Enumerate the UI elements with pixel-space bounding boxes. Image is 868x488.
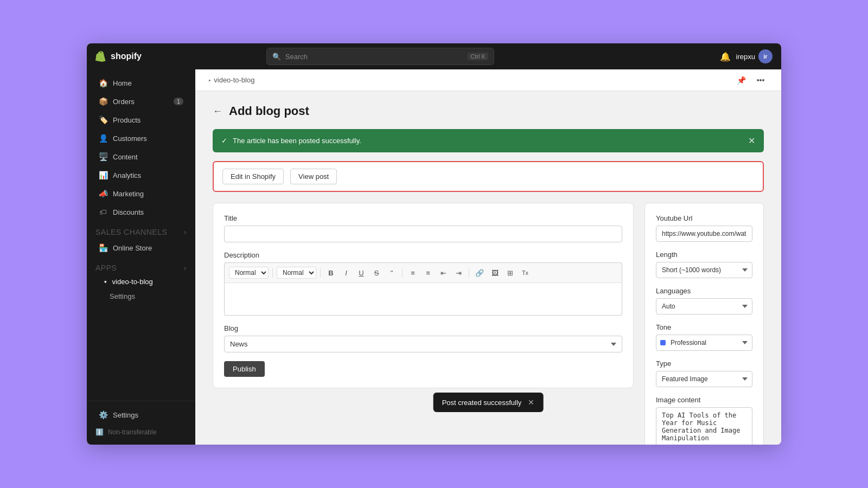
sidebar-item-settings-sub[interactable]: Settings bbox=[87, 289, 195, 304]
description-label: Description bbox=[224, 251, 622, 259]
search-bar[interactable]: 🔍 Search Ctrl K bbox=[266, 48, 494, 65]
form-card: Title Description Normal bbox=[213, 203, 634, 388]
content-icon: 🖥️ bbox=[99, 152, 107, 161]
breadcrumb-bar: ▪ video-to-blog 📌 ••• bbox=[195, 69, 781, 91]
image-content-textarea[interactable]: Top AI Tools of the Year for Music Gener… bbox=[656, 407, 752, 445]
user-menu[interactable]: irepxu ir bbox=[736, 49, 773, 63]
ordered-list-button[interactable]: ≡ bbox=[406, 266, 419, 279]
image-content-label: Image content bbox=[656, 396, 752, 404]
app-breadcrumb-icon: ▪ bbox=[208, 76, 210, 84]
tone-select-wrapper: Professional Casual Formal Friendly bbox=[656, 335, 752, 351]
font-size-select[interactable]: Normal bbox=[277, 267, 316, 279]
sidebar-item-content[interactable]: 🖥️ Content bbox=[90, 148, 192, 165]
apps-section: Apps › bbox=[87, 257, 195, 274]
pin-button[interactable]: 📌 bbox=[733, 73, 749, 88]
sidebar-item-orders[interactable]: 📦 Orders 1 bbox=[90, 93, 192, 110]
shopify-logo[interactable]: shopify bbox=[95, 50, 142, 62]
sidebar-item-marketing[interactable]: 📣 Marketing bbox=[90, 185, 192, 202]
tone-group: Tone Professional Casual Formal Friendly bbox=[656, 323, 752, 351]
toast-notification: Post created successfully ✕ bbox=[433, 393, 544, 412]
table-button[interactable]: ⊞ bbox=[503, 266, 516, 279]
blog-group: Blog News Tech Updates bbox=[224, 324, 622, 352]
settings-icon: ⚙️ bbox=[99, 410, 107, 419]
image-content-group: Image content Top AI Tools of the Year f… bbox=[656, 396, 752, 445]
blog-select[interactable]: News Tech Updates bbox=[224, 336, 622, 352]
page-title: Add blog post bbox=[229, 104, 309, 118]
languages-label: Languages bbox=[656, 287, 752, 295]
length-select[interactable]: Short (~1000 words) Medium (~2000 words)… bbox=[656, 262, 752, 278]
info-icon: ℹ️ bbox=[95, 428, 104, 436]
underline-button[interactable]: U bbox=[355, 266, 368, 279]
toast-close-button[interactable]: ✕ bbox=[528, 398, 534, 407]
sidebar-item-home[interactable]: 🏠 Home bbox=[90, 74, 192, 92]
side-panel: Youtube Url Length Short (~1000 words) M… bbox=[644, 203, 764, 445]
expand-icon: › bbox=[184, 228, 187, 236]
main-form: Title Description Normal bbox=[213, 203, 634, 445]
languages-group: Languages Auto English Spanish bbox=[656, 287, 752, 314]
avatar: ir bbox=[758, 49, 773, 63]
customers-icon: 👤 bbox=[99, 134, 107, 143]
page-header: ← Add blog post bbox=[213, 104, 764, 118]
sidebar-item-video-to-blog[interactable]: ▪ video-to-blog bbox=[87, 274, 195, 289]
image-button[interactable]: 🖼 bbox=[488, 266, 501, 279]
back-button[interactable]: ← bbox=[213, 106, 222, 116]
indent-inc-button[interactable]: ⇥ bbox=[452, 266, 465, 279]
strikethrough-button[interactable]: S bbox=[370, 266, 383, 279]
app-icon: ▪ bbox=[104, 278, 107, 286]
check-icon: ✓ bbox=[221, 137, 227, 145]
sidebar-item-analytics[interactable]: 📊 Analytics bbox=[90, 166, 192, 184]
online-store-icon: 🏪 bbox=[99, 243, 107, 252]
sidebar-item-online-store[interactable]: 🏪 Online Store bbox=[90, 239, 192, 256]
length-label: Length bbox=[656, 251, 752, 259]
sidebar-item-discounts[interactable]: 🏷 Discounts bbox=[90, 203, 192, 221]
font-style-select[interactable]: Normal bbox=[229, 267, 269, 279]
quote-button[interactable]: " bbox=[385, 266, 398, 279]
toolbar-separator-2 bbox=[320, 268, 321, 278]
home-icon: 🏠 bbox=[99, 79, 107, 87]
analytics-icon: 📊 bbox=[99, 171, 107, 179]
close-banner-button[interactable]: ✕ bbox=[748, 136, 755, 146]
clear-format-button[interactable]: Tx bbox=[519, 266, 532, 279]
view-post-button[interactable]: View post bbox=[290, 169, 337, 184]
title-label: Title bbox=[224, 214, 622, 222]
discounts-icon: 🏷 bbox=[99, 208, 107, 216]
title-group: Title bbox=[224, 214, 622, 242]
topnav-right: 🔔 irepxu ir bbox=[720, 49, 773, 63]
breadcrumb-actions: 📌 ••• bbox=[733, 73, 768, 88]
tone-label: Tone bbox=[656, 323, 752, 331]
youtube-url-label: Youtube Url bbox=[656, 214, 752, 222]
sidebar-item-settings[interactable]: ⚙️ Settings bbox=[90, 406, 192, 423]
type-select[interactable]: Featured Image No Image Gallery bbox=[656, 371, 752, 387]
unordered-list-button[interactable]: ≡ bbox=[422, 266, 435, 279]
more-options-button[interactable]: ••• bbox=[753, 73, 768, 88]
side-form-card: Youtube Url Length Short (~1000 words) M… bbox=[644, 203, 764, 445]
description-textarea[interactable] bbox=[224, 283, 622, 316]
publish-button[interactable]: Publish bbox=[224, 361, 265, 377]
toolbar-separator bbox=[272, 268, 273, 278]
notifications-bell-icon[interactable]: 🔔 bbox=[720, 52, 731, 62]
products-icon: 🏷️ bbox=[99, 115, 107, 124]
sidebar-bottom: ⚙️ Settings ℹ️ Non-transferable bbox=[87, 401, 195, 440]
toolbar-separator-3 bbox=[402, 268, 403, 278]
link-button[interactable]: 🔗 bbox=[473, 266, 486, 279]
title-input[interactable] bbox=[224, 226, 622, 242]
indent-dec-button[interactable]: ⇤ bbox=[437, 266, 450, 279]
edit-in-shopify-button[interactable]: Edit in Shopify bbox=[222, 169, 284, 184]
sidebar-item-products[interactable]: 🏷️ Products bbox=[90, 111, 192, 129]
apps-expand-icon: › bbox=[184, 264, 187, 272]
marketing-icon: 📣 bbox=[99, 189, 107, 198]
bold-button[interactable]: B bbox=[324, 266, 337, 279]
type-label: Type bbox=[656, 359, 752, 368]
youtube-url-group: Youtube Url bbox=[656, 214, 752, 242]
youtube-url-input[interactable] bbox=[656, 226, 752, 242]
top-navigation: shopify 🔍 Search Ctrl K 🔔 irepxu ir bbox=[87, 43, 781, 69]
languages-select[interactable]: Auto English Spanish bbox=[656, 298, 752, 314]
italic-button[interactable]: I bbox=[340, 266, 353, 279]
blog-label: Blog bbox=[224, 324, 622, 332]
tone-select[interactable]: Professional Casual Formal Friendly bbox=[656, 335, 752, 351]
success-banner: ✓ The article has been posted successful… bbox=[213, 129, 764, 152]
sidebar: 🏠 Home 📦 Orders 1 🏷️ Products 👤 Customer… bbox=[87, 69, 195, 445]
toolbar-separator-4 bbox=[469, 268, 469, 278]
sidebar-item-customers[interactable]: 👤 Customers bbox=[90, 130, 192, 147]
content-area: ▪ video-to-blog 📌 ••• ← Add blog post ✓ … bbox=[195, 69, 781, 445]
